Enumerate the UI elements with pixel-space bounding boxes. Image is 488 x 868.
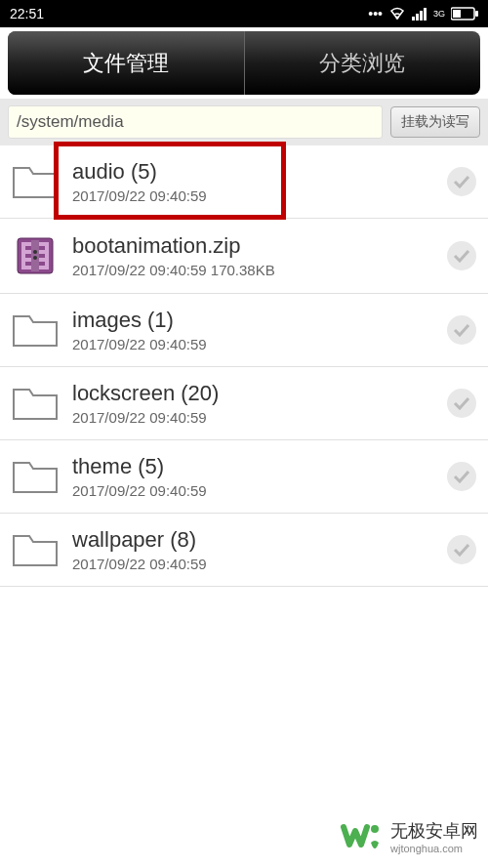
file-name: wallpaper (8) — [72, 527, 433, 553]
checkmark-button[interactable] — [447, 315, 476, 345]
mount-button-label: 挂载为读写 — [401, 113, 469, 129]
file-name: lockscreen (20) — [72, 381, 433, 406]
svg-rect-2 — [416, 14, 419, 21]
file-name: theme (5) — [72, 454, 433, 479]
tab-file-manager[interactable]: 文件管理 — [8, 31, 245, 95]
mount-button[interactable]: 挂载为读写 — [390, 106, 480, 138]
svg-rect-4 — [424, 8, 427, 21]
folder-icon — [12, 162, 59, 201]
svg-point-0 — [395, 17, 398, 20]
watermark: 无极安卓网 wjtonghua.com — [340, 815, 478, 858]
svg-rect-7 — [453, 10, 461, 18]
file-list: audio (5) 2017/09/22 09:40:59 bootanimat… — [0, 145, 488, 587]
path-text: /system/media — [17, 112, 124, 131]
svg-point-12 — [33, 256, 37, 260]
wifi-icon — [388, 7, 406, 21]
tab-category-browse[interactable]: 分类浏览 — [245, 31, 481, 95]
file-item[interactable]: theme (5) 2017/09/22 09:40:59 — [0, 440, 488, 514]
file-name: images (1) — [72, 308, 433, 333]
watermark-logo-icon — [340, 815, 383, 858]
watermark-title: 无极安卓网 — [390, 819, 478, 843]
folder-icon — [12, 384, 59, 423]
file-info: audio (5) 2017/09/22 09:40:59 — [72, 159, 433, 204]
tab-category-browse-label: 分类浏览 — [319, 49, 405, 78]
folder-icon — [12, 310, 59, 350]
file-item[interactable]: lockscreen (20) 2017/09/22 09:40:59 — [0, 367, 488, 440]
battery-icon — [451, 7, 478, 21]
file-name: bootanimation.zip — [72, 233, 433, 259]
zip-icon — [12, 232, 59, 279]
file-info: bootanimation.zip 2017/09/22 09:40:59 17… — [72, 233, 433, 278]
checkmark-button[interactable] — [447, 535, 476, 564]
checkmark-button[interactable] — [447, 167, 476, 196]
folder-icon — [12, 530, 59, 569]
checkmark-button[interactable] — [447, 389, 476, 418]
watermark-url: wjtonghua.com — [390, 843, 478, 854]
file-meta: 2017/09/22 09:40:59 — [72, 187, 433, 204]
network-label: 3G — [433, 9, 445, 19]
tab-file-manager-label: 文件管理 — [83, 49, 169, 78]
tab-bar: 文件管理 分类浏览 — [8, 31, 480, 95]
file-item[interactable]: audio (5) 2017/09/22 09:40:59 — [0, 145, 488, 219]
file-meta: 2017/09/22 09:40:59 — [72, 409, 433, 426]
folder-icon — [12, 457, 59, 496]
file-meta: 2017/09/22 09:40:59 170.38KB — [72, 262, 433, 278]
file-name: audio (5) — [72, 159, 433, 185]
file-info: lockscreen (20) 2017/09/22 09:40:59 — [72, 381, 433, 426]
dots-icon: ••• — [368, 6, 383, 21]
svg-point-11 — [33, 250, 37, 254]
file-meta: 2017/09/22 09:40:59 — [72, 556, 433, 572]
file-meta: 2017/09/22 09:40:59 — [72, 336, 433, 352]
file-info: wallpaper (8) 2017/09/22 09:40:59 — [72, 527, 433, 572]
svg-rect-1 — [412, 17, 415, 21]
checkmark-button[interactable] — [447, 462, 476, 491]
file-item[interactable]: wallpaper (8) 2017/09/22 09:40:59 — [0, 514, 488, 587]
svg-rect-6 — [475, 11, 478, 17]
file-meta: 2017/09/22 09:40:59 — [72, 482, 433, 499]
checkmark-button[interactable] — [447, 241, 476, 270]
svg-rect-3 — [420, 11, 423, 21]
status-bar: 22:51 ••• 3G — [0, 0, 488, 27]
status-icons: ••• 3G — [368, 6, 478, 21]
status-time: 22:51 — [10, 6, 44, 21]
file-info: images (1) 2017/09/22 09:40:59 — [72, 308, 433, 352]
path-input[interactable]: /system/media — [8, 105, 383, 139]
svg-point-13 — [371, 825, 379, 833]
path-bar: /system/media 挂载为读写 — [0, 99, 488, 145]
file-info: theme (5) 2017/09/22 09:40:59 — [72, 454, 433, 499]
file-item[interactable]: bootanimation.zip 2017/09/22 09:40:59 17… — [0, 219, 488, 294]
signal-icon — [412, 7, 427, 21]
file-item[interactable]: images (1) 2017/09/22 09:40:59 — [0, 294, 488, 367]
